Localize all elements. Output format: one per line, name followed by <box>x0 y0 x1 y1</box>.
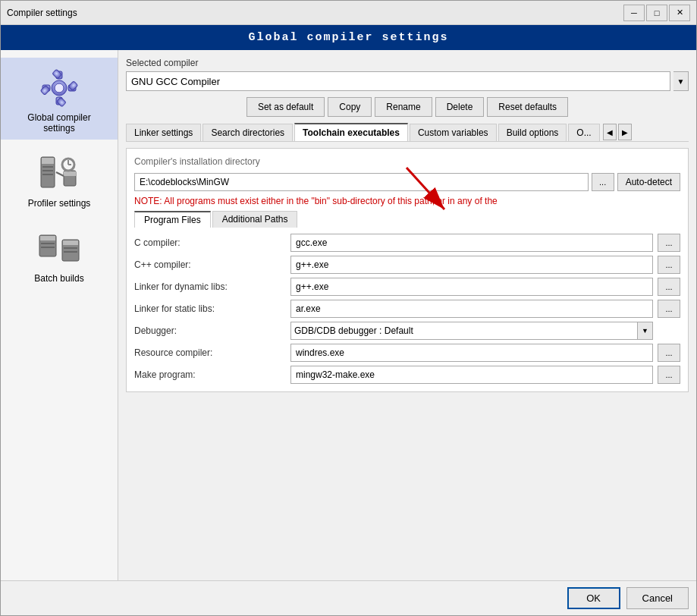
tab-other[interactable]: O... <box>568 124 599 141</box>
cpp-compiler-input[interactable] <box>290 256 653 274</box>
compiler-settings-window: Compiler settings ─ □ ✕ Global compiler … <box>0 0 697 616</box>
selected-compiler-label: Selected compiler <box>126 58 689 68</box>
profiler-icon <box>35 149 83 198</box>
sidebar-profiler-label: Profiler settings <box>28 198 91 209</box>
svg-rect-11 <box>42 158 54 164</box>
cpp-compiler-label: C++ compiler: <box>134 259 286 270</box>
linker-static-browse[interactable]: ... <box>658 300 680 318</box>
copy-button[interactable]: Copy <box>328 97 372 117</box>
reset-defaults-button[interactable]: Reset defaults <box>487 97 568 117</box>
linker-dynamic-input[interactable] <box>290 278 653 296</box>
make-program-browse[interactable]: ... <box>658 366 680 384</box>
compiler-installation-panel: Compiler's installation directory ... Au… <box>126 148 689 392</box>
autodetect-button[interactable]: Auto-detect <box>617 173 680 191</box>
svg-rect-27 <box>64 247 77 249</box>
tab-toolchain-executables[interactable]: Toolchain executables <box>294 123 408 141</box>
tab-linker-settings[interactable]: Linker settings <box>126 124 201 141</box>
sub-tab-program-files[interactable]: Program Files <box>134 211 211 228</box>
linker-dynamic-label: Linker for dynamic libs: <box>134 281 286 292</box>
linker-dynamic-browse[interactable]: ... <box>658 278 680 296</box>
compiler-select-input[interactable] <box>126 71 670 91</box>
cancel-button[interactable]: Cancel <box>626 587 689 609</box>
browse-install-dir-button[interactable]: ... <box>592 173 614 191</box>
compiler-select-row: ▼ <box>126 71 689 91</box>
svg-rect-28 <box>64 251 77 253</box>
header-title: Global compiler settings <box>248 31 448 44</box>
debugger-select[interactable]: GDB/CDB debugger : Default <box>290 322 638 340</box>
c-compiler-label: C compiler: <box>134 237 286 248</box>
debugger-label: Debugger: <box>134 325 286 336</box>
install-dir-input[interactable] <box>134 173 589 191</box>
toolbar-row: Set as default Copy Rename Delete Reset … <box>126 97 689 117</box>
tab-custom-variables[interactable]: Custom variables <box>410 124 497 141</box>
sub-tabs-row: Program Files Additional Paths <box>134 211 680 228</box>
svg-rect-16 <box>64 171 76 176</box>
sidebar-global-label: Global compilersettings <box>27 112 90 134</box>
resource-compiler-label: Resource compiler: <box>134 347 286 358</box>
svg-rect-14 <box>42 174 53 175</box>
sidebar-item-batch-builds[interactable]: Batch builds <box>1 218 118 290</box>
close-button[interactable]: ✕ <box>669 5 690 21</box>
svg-point-1 <box>55 83 64 93</box>
resource-compiler-input[interactable] <box>290 344 653 362</box>
sidebar-item-global-compiler[interactable]: Global compilersettings <box>1 58 118 140</box>
rename-button[interactable]: Rename <box>375 97 432 117</box>
set-as-default-button[interactable]: Set as default <box>246 97 325 117</box>
ok-button[interactable]: OK <box>567 587 620 609</box>
maximize-button[interactable]: □ <box>646 5 667 21</box>
bottom-bar: OK Cancel <box>1 580 696 615</box>
right-panel-wrapper: Selected compiler ▼ Set as default Copy … <box>118 50 696 580</box>
svg-rect-26 <box>63 240 78 245</box>
main-content: Global compilersettings Profile <box>1 50 696 580</box>
svg-rect-23 <box>41 243 55 244</box>
svg-line-17 <box>56 172 64 176</box>
title-bar-text: Compiler settings <box>7 8 623 18</box>
tab-nav-left[interactable]: ◀ <box>603 124 617 140</box>
right-panel: Selected compiler ▼ Set as default Copy … <box>118 50 696 580</box>
svg-rect-22 <box>40 236 55 240</box>
c-compiler-input[interactable] <box>290 234 653 252</box>
resource-compiler-browse[interactable]: ... <box>658 344 680 362</box>
compiler-dropdown-arrow[interactable]: ▼ <box>673 71 689 91</box>
svg-rect-13 <box>42 170 53 171</box>
make-program-label: Make program: <box>134 369 286 380</box>
tab-search-directories[interactable]: Search directories <box>203 124 293 141</box>
sidebar: Global compilersettings Profile <box>1 50 118 580</box>
sidebar-item-profiler[interactable]: Profiler settings <box>1 143 118 215</box>
tab-build-options[interactable]: Build options <box>498 124 567 141</box>
sub-tab-additional-paths[interactable]: Additional Paths <box>212 211 298 228</box>
linker-static-label: Linker for static libs: <box>134 303 286 314</box>
title-bar-controls: ─ □ ✕ <box>623 5 690 21</box>
linker-static-input[interactable] <box>290 300 653 318</box>
gear-icon <box>35 64 83 112</box>
svg-rect-24 <box>41 247 55 248</box>
install-dir-row: ... Auto-detect <box>134 173 680 191</box>
c-compiler-browse[interactable]: ... <box>658 234 680 252</box>
debugger-arrow[interactable]: ▼ <box>638 322 653 340</box>
debugger-select-wrapper: GDB/CDB debugger : Default ▼ <box>290 322 653 340</box>
note-text: NOTE: All programs must exist either in … <box>134 196 680 206</box>
svg-rect-12 <box>42 166 53 168</box>
minimize-button[interactable]: ─ <box>623 5 645 21</box>
batch-icon <box>35 225 83 273</box>
title-bar: Compiler settings ─ □ ✕ <box>1 1 696 25</box>
sidebar-batch-label: Batch builds <box>34 273 83 284</box>
header-bar: Global compiler settings <box>1 25 696 50</box>
cpp-compiler-browse[interactable]: ... <box>658 256 680 274</box>
tab-nav-right[interactable]: ▶ <box>618 124 632 140</box>
tabs-row: Linker settings Search directories Toolc… <box>126 123 689 142</box>
delete-button[interactable]: Delete <box>435 97 485 117</box>
program-files-grid: C compiler: ... C++ compiler: ... Linker… <box>134 234 680 384</box>
compiler-install-title: Compiler's installation directory <box>134 156 680 167</box>
make-program-input[interactable] <box>290 366 653 384</box>
